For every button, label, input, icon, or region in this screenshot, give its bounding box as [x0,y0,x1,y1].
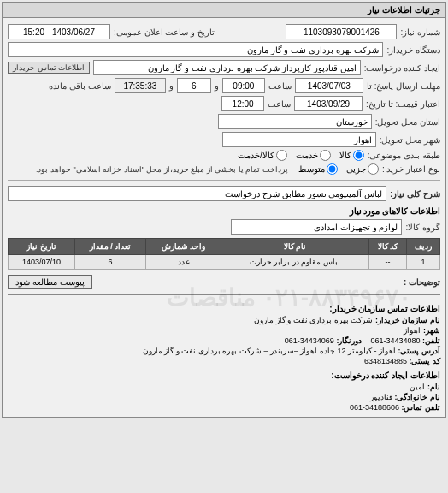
row-city: شهر محل تحویل: [8,132,440,147]
label-category: طبقه بندی موضوعی: [368,151,440,160]
label-time-1: ساعت [268,81,292,91]
payment-note: پرداخت تمام یا بخشی از مبلغ خرید،از محل … [36,165,288,174]
contact-phone-fax: تلفن: 34434080-061 دورنگار: 34434069-061 [8,336,440,345]
contact-postal: کد پستی: 6348134885 [8,357,440,365]
input-validity-time[interactable] [221,96,264,111]
radio-khadamat-input[interactable] [320,150,331,161]
input-number[interactable] [286,24,397,39]
label-city: شهر محل تحویل: [380,135,440,145]
table-row[interactable]: 1 -- لباس مقاوم در برابر حرارت عدد 6 140… [9,255,440,270]
contact-org-name: نام سازمان خریدار: شرکت بهره برداری نفت … [8,316,440,324]
input-deadline-date[interactable] [295,78,363,93]
input-requester[interactable] [93,60,361,75]
cell-date: 1403/07/10 [9,255,75,270]
input-announce[interactable] [8,24,110,39]
input-buyer-org[interactable] [8,42,383,57]
label-general-desc: شرح کلی نیاز: [390,189,440,199]
row-category: طبقه بندی موضوعی: کالا خدمت کالا/خدمت [8,150,440,161]
category-radio-group: کالا خدمت کالا/خدمت [238,150,364,161]
section-items-title: اطلاعات کالاهای مورد نیاز [8,206,440,216]
input-remaining-time [115,78,166,93]
lbl-contact-city: شهر: [423,326,440,335]
details-panel: جزئیات اطلاعات نیاز شماره نیاز: تاریخ و … [2,2,446,418]
lbl-phone: تلفن: [422,336,440,345]
val-phone: 34434080-061 [370,336,420,345]
val-lname: قنادپور [370,393,392,401]
th-date: تاریخ نیاز [9,239,75,255]
panel-title: جزئیات اطلاعات نیاز [3,3,445,18]
radio-both[interactable]: کالا/خدمت [238,150,287,161]
radio-medium-input[interactable] [327,163,338,175]
lbl-org-name: نام سازمان خریدار: [375,316,440,324]
input-group[interactable] [231,219,402,235]
th-name: نام کالا [221,239,369,255]
label-number: شماره نیاز: [400,27,440,37]
buyer-contact-button[interactable]: اطلاعات تماس خریدار [8,62,90,74]
th-row: ردیف [407,239,440,255]
label-purchase-type: نوع اعتبار خرید : [382,164,440,174]
label-group: گروه کالا: [405,223,440,232]
lbl-req-phone: تلفن تماس: [402,403,441,412]
cell-code: -- [368,255,406,270]
label-buyer-org: دستگاه خریدار: [386,45,440,55]
val-contact-city: اهواز [404,326,421,335]
contact-org-title: اطلاعات تماس سازمان خریدار: [8,304,440,313]
radio-kala[interactable]: کالا [339,150,364,161]
lbl-lname: نام خانوادگی: [395,393,441,401]
label-validity: اعتبار قیمت: تا تاریخ: [366,99,440,109]
label-remaining-suffix: ساعت باقی مانده [49,81,111,91]
input-validity-date[interactable] [294,96,363,111]
row-validity: اعتبار قیمت: تا تاریخ: ساعت [8,96,440,111]
row-general-desc: شرح کلی نیاز: [8,186,440,201]
row-purchase-type: نوع اعتبار خرید : جزیی متوسط پرداخت تمام… [8,163,440,175]
radio-partial[interactable]: جزیی [346,163,379,175]
val-req-phone: 34188606-061 [350,403,399,412]
panel-body: شماره نیاز: تاریخ و ساعت اعلان عمومی: دس… [3,18,445,417]
row-number: شماره نیاز: تاریخ و ساعت اعلان عمومی: [8,24,440,39]
radio-both-input[interactable] [276,150,287,161]
label-notes: توضیحات : [404,277,440,287]
contact-city: شهر: اهواز [8,326,440,335]
contact-section: اطلاعات تماس سازمان خریدار: نام سازمان خ… [8,294,440,412]
input-remaining-days[interactable] [177,78,211,93]
label-and-2: و [169,81,174,91]
row-province: استان محل تحویل: [8,114,440,129]
input-deadline-time[interactable] [222,78,265,93]
radio-medium-label: متوسط [298,164,325,174]
contact-address: آدرس پستی: اهواز - کیلومتر 12 جاده اهواز… [8,347,440,355]
radio-partial-input[interactable] [368,163,379,175]
row-group: گروه کالا: [8,219,440,235]
contact-lname: نام خانوادگی: قنادپور [8,393,440,401]
label-province: استان محل تحویل: [375,117,440,127]
row-notes: توضیحات : پیوست مطالعه شود [8,275,440,289]
label-requester: ایجاد کننده درخواست: [364,63,440,73]
row-buyer: دستگاه خریدار: [8,42,440,57]
th-qty: تعداد / مقدار [74,239,145,255]
lbl-fax: دورنگار: [336,336,362,345]
input-city[interactable] [222,132,376,147]
attachment-button[interactable]: پیوست مطالعه شود [8,275,92,289]
radio-both-label: کالا/خدمت [238,151,274,160]
contact-fname: نام: امین [8,383,440,391]
val-fname: امین [410,383,425,391]
cell-row: 1 [407,255,440,270]
row-deadline: مهلت ارسال پاسخ: تا ساعت و و ساعت باقی م… [8,78,440,93]
th-unit: واحد شمارش [146,239,221,255]
input-province[interactable] [218,114,372,129]
label-and: و [215,81,219,91]
input-general-desc[interactable] [8,186,386,201]
table-header-row: ردیف کد کالا نام کالا واحد شمارش تعداد /… [9,239,440,255]
label-deadline: مهلت ارسال پاسخ: تا [367,81,440,91]
th-code: کد کالا [368,239,406,255]
label-announce: تاریخ و ساعت اعلان عمومی: [114,27,215,37]
lbl-address: آدرس پستی: [398,347,441,355]
label-time-2: ساعت [268,99,291,109]
radio-khadamat[interactable]: خدمت [296,150,331,161]
cell-name: لباس مقاوم در برابر حرارت [221,255,369,270]
radio-kala-label: کالا [339,151,351,160]
lbl-fname: نام: [427,383,440,391]
radio-medium[interactable]: متوسط [298,163,338,175]
val-postal: 6348134885 [364,357,407,365]
contact-req-phone: تلفن تماس: 34188606-061 [8,403,440,412]
radio-kala-input[interactable] [353,150,364,161]
